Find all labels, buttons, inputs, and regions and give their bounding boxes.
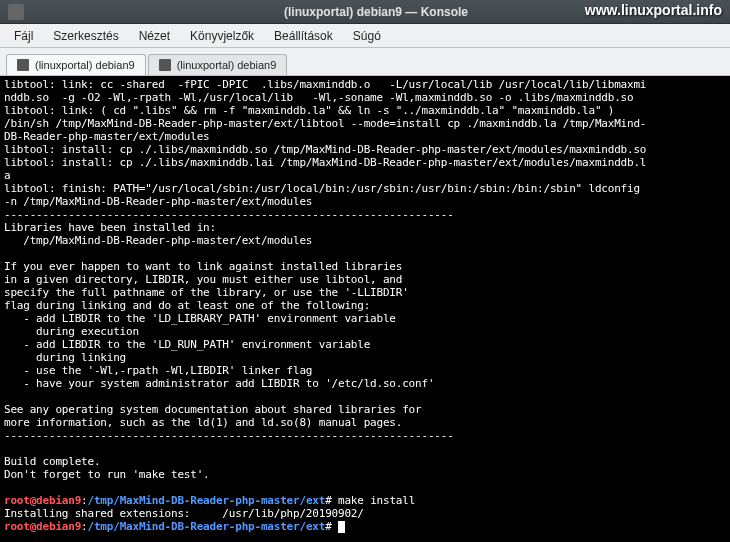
menu-edit[interactable]: Szerkesztés [43, 26, 128, 46]
tab-session-2[interactable]: (linuxportal) debian9 [148, 54, 288, 75]
tab-session-1[interactable]: (linuxportal) debian9 [6, 54, 146, 75]
app-icon [8, 4, 24, 20]
prompt-path: /tmp/MaxMind-DB-Reader-php-master/ext [88, 520, 326, 533]
menu-settings[interactable]: Beállítások [264, 26, 343, 46]
menu-bookmarks[interactable]: Könyvjelzők [180, 26, 264, 46]
menu-view[interactable]: Nézet [129, 26, 180, 46]
terminal-icon [17, 59, 29, 71]
menu-file[interactable]: Fájl [4, 26, 43, 46]
prompt-path: /tmp/MaxMind-DB-Reader-php-master/ext [88, 494, 326, 507]
prompt-user: root@debian9 [4, 494, 81, 507]
terminal-output[interactable]: libtool: link: cc -shared -fPIC -DPIC .l… [0, 76, 730, 542]
prompt-user: root@debian9 [4, 520, 81, 533]
menu-help[interactable]: Súgó [343, 26, 391, 46]
tab-label: (linuxportal) debian9 [35, 59, 135, 71]
tab-label: (linuxportal) debian9 [177, 59, 277, 71]
watermark-text: www.linuxportal.info [585, 2, 722, 18]
prompt-command: make install [332, 494, 416, 507]
cursor [338, 521, 345, 533]
terminal-icon [159, 59, 171, 71]
menu-bar: Fájl Szerkesztés Nézet Könyvjelzők Beáll… [0, 24, 730, 48]
tab-bar: (linuxportal) debian9 (linuxportal) debi… [0, 48, 730, 76]
